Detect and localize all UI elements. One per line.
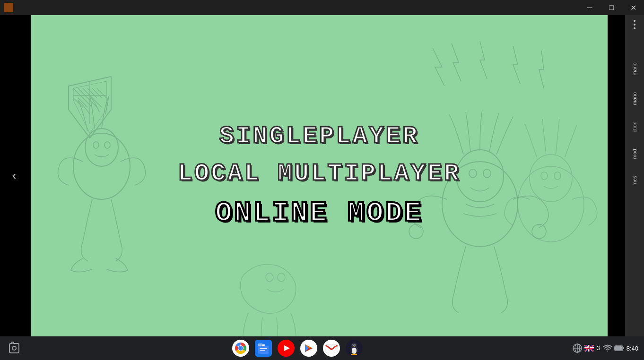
more-options-button[interactable] [625, 15, 644, 34]
taskbar-icon-penguin[interactable] [345, 339, 364, 358]
clock-text: 8:40 [627, 345, 638, 352]
taskbar-icon-playstore[interactable] [299, 339, 318, 358]
taskbar-icon-chrome[interactable] [231, 339, 250, 358]
taskbar-icon-gmail[interactable] [322, 339, 341, 358]
tray-flag-icon[interactable] [584, 345, 594, 351]
svg-point-51 [355, 344, 356, 345]
tray-badge[interactable]: 3 [596, 345, 601, 351]
taskbar-center [231, 339, 364, 358]
svg-point-52 [351, 354, 354, 355]
titlebar-controls: ─ □ ✕ [579, 0, 644, 15]
taskbar-left [6, 340, 23, 357]
taskbar-icon-files[interactable] [254, 339, 273, 358]
app-icon [4, 3, 13, 12]
svg-point-53 [354, 354, 357, 355]
system-tray: 3 8:40 [572, 343, 638, 353]
svg-rect-60 [623, 347, 624, 349]
back-button[interactable]: ‹ [5, 166, 24, 185]
svg-point-47 [351, 343, 357, 348]
tray-network-icon[interactable] [572, 343, 583, 353]
svg-point-32 [238, 346, 243, 351]
menu-item-online-mode[interactable]: ONLINE MODE [215, 197, 423, 229]
tray-wifi-icon[interactable] [603, 344, 612, 352]
close-button[interactable]: ✕ [622, 0, 644, 15]
taskbar: 3 8:40 [0, 336, 644, 360]
sidebar-item-games[interactable]: mes [632, 176, 637, 186]
right-sidebar: mario mario ction mod mes [625, 15, 644, 336]
clock-display[interactable]: 8:40 [627, 345, 638, 352]
back-button-area: ‹ [0, 15, 28, 336]
menu-item-singleplayer[interactable]: SINGLEPLAYER [219, 122, 419, 150]
svg-rect-35 [258, 343, 262, 346]
sidebar-item-action[interactable]: ction [632, 121, 637, 132]
svg-rect-36 [260, 348, 267, 349]
camera-button[interactable] [6, 340, 23, 357]
maximize-button[interactable]: □ [600, 0, 622, 15]
svg-point-50 [353, 344, 354, 345]
game-canvas: SINGLEPLAYER LOCAL MULTIPLAYER ONLINE MO… [31, 15, 608, 336]
menu-item-local-multiplayer[interactable]: LOCAL MULTIPLAYER [178, 160, 461, 188]
svg-rect-37 [260, 350, 265, 351]
taskbar-right: 3 8:40 [572, 343, 638, 353]
svg-rect-61 [615, 346, 622, 350]
menu-container: SINGLEPLAYER LOCAL MULTIPLAYER ONLINE MO… [31, 15, 608, 336]
taskbar-icon-youtube[interactable] [277, 339, 296, 358]
sidebar-item-mario1[interactable]: mario [632, 62, 637, 76]
titlebar: ─ □ ✕ [0, 0, 644, 15]
sidebar-item-mario2[interactable]: mario [632, 92, 637, 105]
sidebar-item-mod[interactable]: mod [632, 149, 637, 159]
minimize-button[interactable]: ─ [579, 0, 600, 15]
svg-point-46 [352, 347, 357, 354]
camera-icon [9, 343, 19, 353]
tray-battery-icon[interactable] [614, 344, 625, 352]
titlebar-left [0, 3, 13, 12]
